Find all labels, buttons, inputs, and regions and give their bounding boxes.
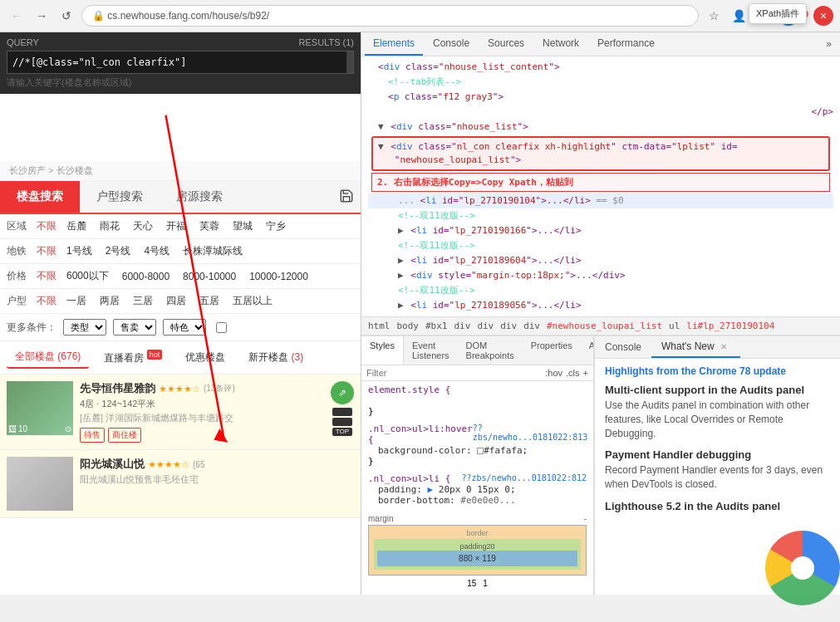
path-li[interactable]: li#lp_2710190104 xyxy=(686,321,774,331)
path-loupai-list[interactable]: #newhouse_loupai_list xyxy=(547,321,662,331)
tab-live-viewing[interactable]: 直播看房 hot xyxy=(96,347,170,369)
bookmark-button[interactable]: ☆ xyxy=(704,6,724,26)
huxing-5[interactable]: 五居 xyxy=(196,294,223,308)
tree-line-li166[interactable]: ▶ <li id="lp_2710190166">...</li> xyxy=(368,223,833,238)
filter-default-huxing[interactable]: 不限 xyxy=(37,294,56,308)
checkbox-input[interactable] xyxy=(216,322,227,333)
xpath-scrollbar[interactable] xyxy=(346,51,353,73)
huxing-2[interactable]: 两居 xyxy=(96,294,123,308)
styles-tab-event[interactable]: Event Listeners xyxy=(404,336,458,365)
tab-fangyuan[interactable]: 房源搜索 xyxy=(160,181,239,213)
price-8k10k[interactable]: 8000-10000 xyxy=(179,271,239,282)
search-icon-button[interactable] xyxy=(332,182,361,213)
path-bx1[interactable]: #bx1 xyxy=(425,321,448,331)
expand-icon-1[interactable]: ▼ xyxy=(378,121,384,132)
forward-button[interactable]: → xyxy=(32,6,52,26)
price-6k8k[interactable]: 6000-8000 xyxy=(119,271,173,282)
filter-cls[interactable]: .cls xyxy=(566,368,580,378)
padding-expand[interactable]: ▶ xyxy=(428,484,434,495)
filter-default-metro[interactable]: 不限 xyxy=(37,244,56,258)
styles-tab-accessibility[interactable]: Accessibility xyxy=(581,336,594,365)
devtools-tab-network[interactable]: Network xyxy=(534,32,587,56)
metro-changzhu[interactable]: 长株潭城际线 xyxy=(179,244,246,258)
price-under6k[interactable]: 6000以下 xyxy=(63,269,112,283)
path-body[interactable]: body xyxy=(397,321,420,331)
huxing-3[interactable]: 三居 xyxy=(130,294,156,308)
path-div2[interactable]: div xyxy=(477,321,494,331)
filter-opt-ningxiang[interactable]: 宁乡 xyxy=(263,219,289,233)
sale-select[interactable]: 售卖 xyxy=(113,319,156,335)
filter-opt-yuelv[interactable]: 岳麓 xyxy=(63,219,90,233)
path-ul[interactable]: ul xyxy=(669,321,680,331)
top-btn[interactable]: TOP xyxy=(332,428,352,436)
tree-line-li056[interactable]: ▶ <li id="lp_2710189056">...</li> xyxy=(368,298,833,313)
play-icon[interactable]: ⊙ xyxy=(65,424,71,433)
close-whatsnew[interactable]: ✕ xyxy=(717,342,730,351)
tab-all-properties[interactable]: 全部楼盘 (676) xyxy=(7,346,89,369)
filter-input[interactable] xyxy=(366,368,542,378)
filter-opt-tianxin[interactable]: 天心 xyxy=(130,219,156,233)
back-button[interactable]: ← xyxy=(7,6,27,26)
devtools-tab-console[interactable]: Console xyxy=(425,32,478,56)
expand-icon-2[interactable]: ▼ xyxy=(378,141,384,152)
tree-line-selected[interactable]: ... <li id="lp_2710190104">...</li> == $… xyxy=(368,193,833,208)
color-select[interactable]: 特色 xyxy=(163,319,206,335)
filter-opt-yuhua[interactable]: 雨花 xyxy=(96,219,123,233)
tree-line-3[interactable]: <p class="f12 gray3"> xyxy=(368,90,833,105)
tab-new-properties[interactable]: 新开楼盘 (3) xyxy=(240,347,312,368)
tab-loupan[interactable]: 楼盘搜索 xyxy=(0,181,80,213)
filter-opt-wangcheng[interactable]: 望城 xyxy=(229,219,256,233)
type-select[interactable]: 类型 xyxy=(63,319,106,335)
devtools-tab-elements[interactable]: Elements xyxy=(365,32,423,56)
tree-line-li604[interactable]: ▶ <li id="lp_2710189604">...</li> xyxy=(368,253,833,268)
profile-button[interactable]: 👤 xyxy=(729,6,749,26)
console-section-1: Multi-client support in the Audits panel… xyxy=(605,384,830,440)
devtools-tab-sources[interactable]: Sources xyxy=(479,32,533,56)
source-hover[interactable]: ??zbs/newho...0181022:813 xyxy=(473,424,587,445)
styles-tab-properties[interactable]: Properties xyxy=(523,336,581,365)
tree-line-div-margin[interactable]: ▶ <div style="margin-top:18px;">...</div… xyxy=(368,268,833,283)
filter-default-price[interactable]: 不限 xyxy=(37,269,56,283)
box-padding-area: padding20 880 × 119 xyxy=(374,539,581,570)
huxing-4[interactable]: 四居 xyxy=(163,294,189,308)
console-tab-console[interactable]: Console xyxy=(595,337,651,357)
path-html[interactable]: html xyxy=(368,321,391,331)
xpath-input[interactable]: //*[@class="nl_con clearfix"] xyxy=(7,51,354,74)
share-button-1[interactable]: ⇗ xyxy=(331,381,354,404)
tree-line-1[interactable]: <div class="nhouse_list_content"> xyxy=(368,60,833,75)
filter-pseudo[interactable]: :hov xyxy=(545,368,562,378)
address-bar[interactable]: 🔒 cs.newhouse.fang.com/house/s/b92/ xyxy=(81,5,699,27)
xpath-tooltip: XPath插件 xyxy=(749,3,807,24)
filter-label-price: 价格 xyxy=(7,269,30,283)
styles-tab-dom[interactable]: DOM Breakpoints xyxy=(458,336,523,365)
metro-line2[interactable]: 2号线 xyxy=(102,244,135,258)
devtools-more-button[interactable]: » xyxy=(821,33,837,55)
filter-add[interactable]: + xyxy=(583,368,588,378)
tab-huxing[interactable]: 户型搜索 xyxy=(80,181,160,213)
path-div3[interactable]: div xyxy=(500,321,517,331)
highlighted-element[interactable]: ▼ <div class="nl_con clearfix xh-highlig… xyxy=(371,136,830,171)
qr-btn-1[interactable] xyxy=(332,408,352,416)
path-div1[interactable]: div xyxy=(454,321,471,331)
property-info-2: 阳光城溪山悦 ★★★★☆ (65 阳光城溪山悦预售非毛坯住宅 xyxy=(80,457,354,511)
property-location-1: [岳麓] 洋湖国际新城燃煤路与丰塘路交 xyxy=(80,412,324,424)
styles-tab-styles[interactable]: Styles xyxy=(361,336,404,365)
console-tab-whatsnew[interactable]: What's New ✕ xyxy=(651,336,740,358)
price-10k12k[interactable]: 10000-12000 xyxy=(246,271,312,282)
filter-opt-furong[interactable]: 芙蓉 xyxy=(196,219,223,233)
filter-opt-kaifu[interactable]: 开福 xyxy=(163,219,189,233)
path-div4[interactable]: div xyxy=(523,321,540,331)
filter-default-area[interactable]: 不限 xyxy=(37,219,56,233)
qr-btn-2[interactable] xyxy=(332,418,352,426)
devtools-tab-performance[interactable]: Performance xyxy=(589,32,663,56)
metro-line4[interactable]: 4号线 xyxy=(140,244,173,258)
metro-line1[interactable]: 1号线 xyxy=(63,244,96,258)
huxing-1[interactable]: 一居 xyxy=(63,294,90,308)
source-li[interactable]: ??zbs/newho...0181022:812 xyxy=(461,473,587,484)
tree-line-5[interactable]: ▼ <div class="nhouse_list"> xyxy=(368,120,833,135)
close-button[interactable]: × xyxy=(813,6,833,26)
tree-comment-4: <!--双11改版--> xyxy=(368,283,833,298)
reload-button[interactable]: ↺ xyxy=(56,6,76,26)
huxing-5plus[interactable]: 五居以上 xyxy=(229,294,276,308)
tab-discount[interactable]: 优惠楼盘 xyxy=(177,347,233,368)
